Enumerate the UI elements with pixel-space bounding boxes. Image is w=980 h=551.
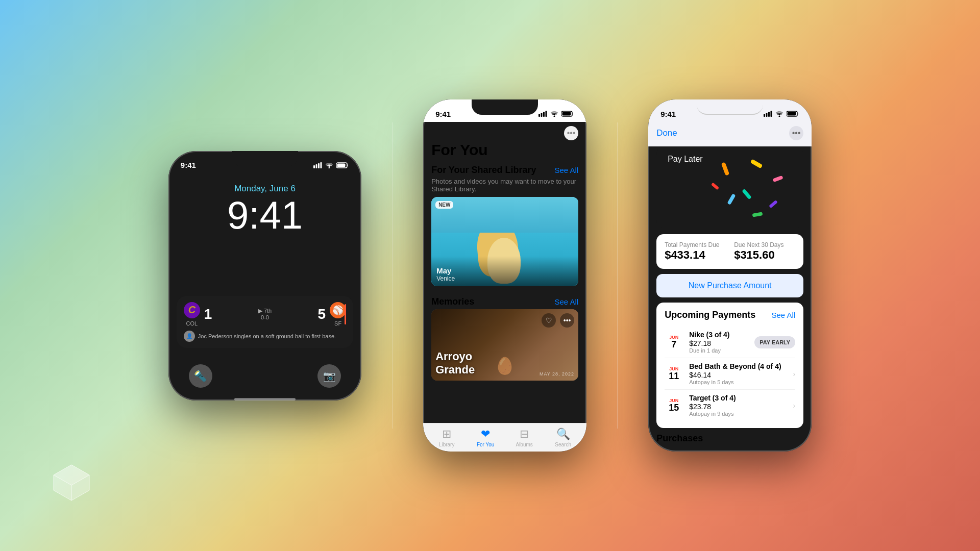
la-inning: ▶ 7th 0-0 <box>216 308 313 320</box>
target-detail: Target (3 of 4) $23.78 Autopay in 9 days <box>689 394 787 417</box>
signal-icon-3 <box>764 111 772 117</box>
bbb-chevron-icon: › <box>793 370 795 378</box>
tab-search[interactable]: 🔍 Search <box>544 428 582 447</box>
purchases-label: Purchases <box>648 428 812 444</box>
for-you-icon: ❤ <box>481 428 490 441</box>
tab-albums[interactable]: ⊟ Albums <box>505 428 544 447</box>
svg-rect-20 <box>788 112 796 116</box>
search-icon: 🔍 <box>556 428 570 441</box>
home-indicator-1 <box>234 398 296 400</box>
status-icons-1 <box>313 162 349 168</box>
status-time-2: 9:41 <box>435 110 451 118</box>
ellipsis-button[interactable]: ••• <box>560 313 574 328</box>
tab-for-you[interactable]: ❤ For You <box>466 428 505 447</box>
status-icons-3 <box>764 111 799 117</box>
signal-icon-2 <box>538 111 547 117</box>
wifi-icon <box>325 162 333 168</box>
pay-early-button[interactable]: PAY EARLY <box>754 336 795 348</box>
upcoming-header: Upcoming Payments See All <box>665 310 795 320</box>
la-scores: C COL 1 ▶ 7th 0-0 5 ⚾ SF <box>184 302 346 327</box>
memories-title: Memories <box>431 296 474 307</box>
svg-rect-17 <box>771 111 772 117</box>
memory-card[interactable]: 🥚 ♡ ••• ArroyoGrande MAY 28, 2022 <box>431 309 578 381</box>
shared-library-desc: Photos and videos you may want to move t… <box>423 178 586 197</box>
svg-point-4 <box>329 167 330 168</box>
shared-library-photo[interactable]: NEW May Venice <box>431 197 578 286</box>
payments-info: Total Payments Due $433.14 Due Next 30 D… <box>656 234 803 269</box>
more-button[interactable]: ••• <box>564 126 578 140</box>
payment-item-nike[interactable]: JUN 7 Nike (3 of 4) $27.18 Due in 1 day … <box>665 327 795 358</box>
flashlight-button[interactable]: 🔦 <box>189 364 212 388</box>
due-next-amount: $315.60 <box>734 248 795 262</box>
sf-score: 5 <box>318 306 326 322</box>
card-sprinkles <box>656 146 803 228</box>
battery-icon-3 <box>787 111 799 117</box>
photo-caption: May Venice <box>431 256 578 286</box>
target-merchant: Target (3 of 4) <box>689 394 787 402</box>
nike-price: $27.18 <box>689 339 748 347</box>
library-icon: ⊞ <box>442 428 451 441</box>
memory-title: ArroyoGrande <box>435 350 475 377</box>
svg-rect-9 <box>543 112 545 117</box>
done-button[interactable]: Done <box>656 128 677 138</box>
photos-tab-bar: ⊞ Library ❤ For You ⊟ Albums 🔍 Search <box>423 423 586 452</box>
cube-decoration <box>51 462 92 505</box>
target-day: 15 <box>665 403 683 413</box>
col-score: 1 <box>204 306 212 322</box>
svg-rect-15 <box>766 113 768 117</box>
battery-icon-2 <box>561 111 574 117</box>
camera-button[interactable]: 📷 <box>317 364 341 388</box>
new-purchase-button[interactable]: New Purchase Amount <box>656 274 803 297</box>
svg-rect-0 <box>313 165 315 168</box>
divider-2 <box>617 122 618 429</box>
nike-date-badge: JUN 7 <box>665 335 683 350</box>
divider-1 <box>392 122 393 429</box>
shared-library-header: For Your Shared Library See All <box>423 159 586 178</box>
header-more-button[interactable]: ••• <box>789 126 803 140</box>
tab-library-label: Library <box>439 442 455 447</box>
svg-rect-13 <box>562 112 571 116</box>
nike-day: 7 <box>665 340 683 350</box>
due-next-col: Due Next 30 Days $315.60 <box>734 241 795 262</box>
payment-item-target[interactable]: JUN 15 Target (3 of 4) $23.78 Autopay in… <box>665 390 795 421</box>
la-update: 👤 Joc Pederson singles on a soft ground … <box>184 331 346 342</box>
memories-see-all[interactable]: See All <box>554 297 578 306</box>
bbb-detail: Bed Bath & Beyond (4 of 4) $46.14 Autopa… <box>689 362 787 385</box>
new-badge: NEW <box>435 201 453 209</box>
pay-later-card: Pay Later <box>656 146 803 228</box>
svg-rect-8 <box>541 113 543 117</box>
col-label: COL <box>186 320 198 327</box>
total-payments-col: Total Payments Due $433.14 <box>665 241 726 262</box>
nike-due: Due in 1 day <box>689 347 748 354</box>
tab-library[interactable]: ⊞ Library <box>427 428 466 447</box>
svg-rect-16 <box>768 112 770 117</box>
shared-library-see-all[interactable]: See All <box>554 166 578 174</box>
wifi-icon-2 <box>550 111 558 117</box>
bbb-due: Autopay in 5 days <box>689 379 787 385</box>
lock-time: 9:41 <box>168 196 361 235</box>
total-payments-amount: $433.14 <box>665 248 726 262</box>
total-payments-label: Total Payments Due <box>665 241 726 248</box>
la-update-text: Joc Pederson singles on a soft ground ba… <box>198 333 346 339</box>
signal-icon <box>313 162 322 168</box>
svg-rect-1 <box>316 164 317 168</box>
payment-item-bbb[interactable]: JUN 11 Bed Bath & Beyond (4 of 4) $46.14… <box>665 358 795 390</box>
target-price: $23.78 <box>689 403 787 411</box>
status-time-1: 9:41 <box>181 161 196 169</box>
notch3 <box>697 99 763 115</box>
heart-button[interactable]: ♡ <box>542 313 556 328</box>
svg-rect-7 <box>538 114 540 117</box>
tab-albums-label: Albums <box>516 442 532 447</box>
photos-header: ••• <box>423 122 586 140</box>
photos-app-content: ••• For You For Your Shared Library See … <box>423 122 586 423</box>
notch2 <box>472 99 538 115</box>
memories-header: Memories See All <box>423 290 586 309</box>
sf-logo: ⚾ <box>330 302 346 318</box>
memory-actions: ♡ ••• <box>542 313 574 328</box>
sf-label: SF <box>334 320 341 327</box>
la-bar <box>345 304 346 324</box>
upcoming-see-all[interactable]: See All <box>771 311 795 319</box>
memory-date: MAY 28, 2022 <box>540 371 574 377</box>
phone3-frame: 9:41 Done ••• <box>648 99 812 452</box>
tab-for-you-label: For You <box>477 442 494 447</box>
